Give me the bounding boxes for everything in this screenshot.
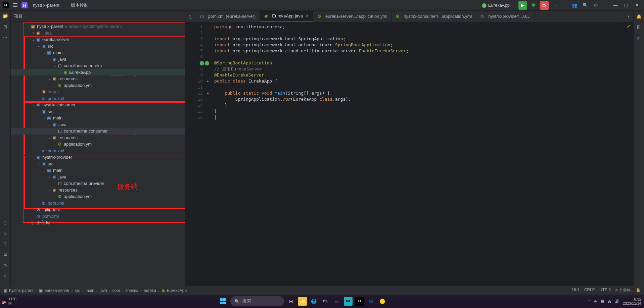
- system-tray[interactable]: ˄ 英 拼 🖧 🔊 8:32 2023/11/14: [588, 297, 641, 305]
- tree-java[interactable]: ⌄▣java: [11, 174, 185, 181]
- datagrip-icon[interactable]: DG: [344, 297, 353, 306]
- more-tool-icon[interactable]: ⋯: [2, 34, 8, 40]
- vs-icon[interactable]: ∞: [332, 297, 341, 306]
- vscode-icon[interactable]: ⧉: [367, 297, 375, 306]
- tree-resources[interactable]: ⌄▣resources: [11, 135, 185, 141]
- tree-app-yml[interactable]: ⚙application.yml: [11, 82, 185, 89]
- build-tool-icon[interactable]: ▤: [2, 252, 8, 258]
- weather-temp: 11°C: [8, 297, 17, 301]
- settings-icon[interactable]: ⚙: [592, 1, 600, 10]
- project-select[interactable]: hystrix-parent ⌄: [31, 2, 65, 8]
- tree-pom[interactable]: mpom.xml: [11, 200, 185, 207]
- tabs-dropdown-icon[interactable]: ⌄: [620, 14, 623, 18]
- chrome-icon[interactable]: 🟡: [378, 297, 387, 306]
- run-tool-icon[interactable]: ▷: [2, 230, 8, 236]
- tree-root[interactable]: ⌄▣hystrix-parent E:\IdeaProjects\hystrix…: [11, 23, 185, 30]
- tree-hystrix-consumer[interactable]: ⌄▣hystrix-consumer: [11, 102, 185, 108]
- tree-main[interactable]: ⌄▣main: [11, 115, 185, 121]
- tree-main[interactable]: ⌄▣main: [11, 49, 185, 56]
- tree-gitignore[interactable]: ⊘.gitignore: [11, 206, 185, 213]
- tree-pkg-eureka[interactable]: ⌄◻com.itheima.eureka: [11, 62, 185, 69]
- store-icon[interactable]: 🛍: [321, 297, 330, 306]
- title-bar: IJ H hystrix-parent ⌄ 版本控制 ⌄ ⬤ EurekaApp…: [0, 0, 644, 11]
- search-everywhere-icon[interactable]: 🔍: [581, 1, 590, 10]
- status-enc[interactable]: UTF-8: [599, 288, 611, 293]
- task-view-icon[interactable]: ⊞: [287, 297, 295, 306]
- edge-icon[interactable]: 🌐: [310, 297, 318, 306]
- breadcrumb[interactable]: ▣hystrix-parent› ▣eureka-server› src› ma…: [3, 288, 187, 293]
- close-icon[interactable]: ✕: [633, 1, 641, 10]
- problems-tool-icon[interactable]: ⊙: [2, 262, 8, 268]
- code-editor[interactable]: package com.itheima.eureka; import org.s…: [205, 22, 633, 286]
- tree-pkg-consumer[interactable]: ◻com.itheima.consumer: [11, 128, 185, 135]
- vcs-tool-icon[interactable]: ⑂: [2, 273, 8, 279]
- tab-eureka-app[interactable]: ◉EurekaApp.java✕: [260, 11, 313, 21]
- volume-icon[interactable]: 🔊: [615, 299, 619, 304]
- close-tab-icon[interactable]: ✕: [306, 13, 309, 18]
- tree-app-yml[interactable]: ⚙application.yml: [11, 141, 185, 148]
- tab-yml1[interactable]: ⚙eureka-server\...\application.yml: [313, 11, 392, 21]
- run-gutter-icon[interactable]: ▶: [207, 90, 209, 96]
- ime-lang[interactable]: 英: [594, 299, 597, 304]
- tree-pkg-provider[interactable]: ◻com.itheima.provider: [11, 180, 185, 187]
- tree-java[interactable]: ⌄▣java: [11, 56, 185, 63]
- structure-tool-icon[interactable]: ⊞: [2, 23, 8, 30]
- hamburger-icon[interactable]: [12, 2, 18, 8]
- tree-src[interactable]: ⌄▣src: [11, 108, 185, 115]
- tree-pom[interactable]: mpom.xml: [11, 95, 185, 102]
- weather-widget[interactable]: ☁1 11°C阴: [3, 297, 17, 306]
- tab-yml2[interactable]: ⚙hystrix-consumer\...\application.yml: [392, 11, 476, 21]
- tree-src[interactable]: ⌄▣src: [11, 43, 185, 50]
- run-button[interactable]: ▶: [518, 1, 527, 10]
- chevron-down-icon[interactable]: ⌄: [24, 14, 27, 18]
- terminal-tool-icon[interactable]: T: [2, 241, 8, 247]
- tab-pom[interactable]: mpom.xml (eureka-server): [196, 11, 260, 21]
- tabs-more-icon[interactable]: ⋮: [626, 14, 631, 19]
- tree-main[interactable]: ⌄▣main: [11, 167, 185, 174]
- tree-ext-lib[interactable]: ›⌸外部库: [11, 219, 185, 226]
- status-indent[interactable]: 4 个空格: [615, 288, 631, 293]
- tray-up-icon[interactable]: ˄: [588, 299, 590, 304]
- ime-mode[interactable]: 拼: [601, 299, 604, 304]
- tree-eureka-server[interactable]: ⌄▣eureka-server: [11, 36, 185, 43]
- tree-resources[interactable]: ⌄▣resources: [11, 75, 185, 82]
- tree-idea[interactable]: ›▣.idea: [11, 30, 185, 37]
- notifications-icon[interactable]: 🔔: [636, 13, 642, 19]
- maven-icon[interactable]: m: [636, 35, 642, 41]
- editor-area: r) mpom.xml (eureka-server) ◉EurekaApp.j…: [185, 11, 633, 286]
- taskbar-search[interactable]: 🔍搜索: [230, 296, 284, 306]
- more-actions-icon[interactable]: ⋮: [551, 1, 559, 10]
- inspections-ok-icon[interactable]: ✔: [627, 24, 631, 29]
- tab-yml3[interactable]: ⚙hystrix-provider\...\a...: [476, 11, 535, 21]
- tree-java[interactable]: ⌄▣java: [11, 121, 185, 128]
- explorer-icon[interactable]: 📁: [298, 297, 307, 306]
- project-name: hystrix-parent: [33, 3, 59, 8]
- status-pos[interactable]: 16:1: [571, 288, 579, 293]
- vcs-label: 版本控制: [71, 2, 88, 8]
- tree-pom-root[interactable]: mpom.xml: [11, 213, 185, 220]
- tree-pom[interactable]: mpom.xml: [11, 148, 185, 154]
- services-tool-icon[interactable]: ◌: [2, 219, 8, 225]
- run-config-selector[interactable]: ⬤ EurekaApp ⌄: [479, 2, 516, 8]
- intellij-icon[interactable]: IJ: [355, 297, 364, 306]
- status-lock-icon[interactable]: 🔒: [636, 288, 641, 293]
- tree-src[interactable]: ⌄▣src: [11, 161, 185, 167]
- vcs-menu[interactable]: 版本控制 ⌄: [69, 2, 94, 9]
- wifi-icon[interactable]: 🖧: [608, 299, 611, 303]
- stop-button[interactable]: ⊏₅: [540, 1, 549, 10]
- database-icon[interactable]: 🗄: [636, 24, 642, 30]
- project-tool-icon[interactable]: 📁: [2, 13, 8, 19]
- tree-resources[interactable]: ⌄▣resources: [11, 187, 185, 194]
- tab-trunc[interactable]: r): [185, 11, 196, 21]
- tree-target[interactable]: ›▣target: [11, 89, 185, 95]
- tree-hystrix-provider[interactable]: ⌄▣hystrix-provider: [11, 154, 185, 161]
- start-button[interactable]: [218, 297, 228, 306]
- tree-eureka-app[interactable]: ◉EurekaApp: [11, 69, 185, 76]
- maximize-icon[interactable]: ▢: [622, 1, 631, 10]
- tree-app-yml[interactable]: ⚙application.yml: [11, 193, 185, 200]
- status-eol[interactable]: CRLF: [584, 288, 595, 293]
- debug-button[interactable]: 🪲: [529, 1, 538, 10]
- code-with-me-icon[interactable]: 👥: [570, 1, 579, 10]
- run-gutter-icon[interactable]: ▶: [207, 78, 209, 84]
- minimize-icon[interactable]: —: [611, 1, 620, 10]
